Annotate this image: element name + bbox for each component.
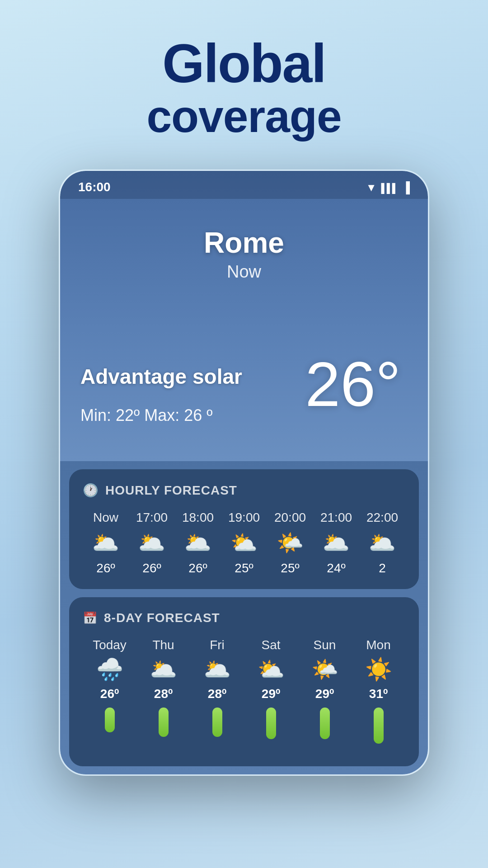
daily-item: Thu 🌥️ 28º: [136, 638, 190, 753]
calendar-icon: 📅: [83, 611, 98, 625]
hour-label: 19:00: [228, 510, 260, 525]
battery-icon: [402, 180, 410, 194]
hourly-temp: 26º: [188, 561, 207, 576]
daily-weather-icon: 🌥️: [204, 659, 231, 680]
temp-bar: [212, 708, 222, 737]
hourly-weather-icon: 🌥️: [369, 532, 396, 554]
hourly-item: 20:00 🌤️ 25º: [267, 510, 313, 576]
hourly-forecast-section: 🕐 HOURLY FORECAST Now 🌥️ 26º 17:00 🌥️ 26…: [69, 469, 419, 589]
hourly-item: 19:00 ⛅ 25º: [221, 510, 267, 576]
temp-bar-container: [105, 708, 115, 753]
clock-icon: 🕐: [83, 483, 99, 498]
temp-bar-container: [159, 708, 169, 753]
hourly-temp: 25º: [281, 561, 299, 576]
daily-temp: 28º: [208, 687, 226, 701]
temp-bar: [320, 708, 330, 739]
temp-min-max: Min: 22º Max: 26 º: [80, 406, 212, 425]
status-icons: [366, 180, 410, 194]
hourly-temp: 24º: [327, 561, 345, 576]
daily-forecast-header: 📅 8-DAY FORECAST: [83, 611, 405, 625]
signal-icon: [381, 180, 398, 194]
hourly-weather-icon: 🌤️: [277, 532, 304, 554]
daily-item: Sat ⛅ 29º: [244, 638, 298, 753]
daily-forecast-section: 📅 8-DAY FORECAST Today 🌧️ 26º Thu 🌥️ 28º…: [69, 597, 419, 766]
daily-weather-icon: 🌥️: [150, 659, 177, 680]
hourly-weather-icon: 🌥️: [323, 532, 350, 554]
hourly-weather-icon: ⛅: [230, 532, 258, 554]
day-label: Fri: [210, 638, 225, 652]
wifi-icon: [366, 180, 377, 194]
temp-bar-container: [212, 708, 222, 753]
daily-temp: 26º: [100, 687, 119, 701]
hero-title: Global: [162, 36, 325, 90]
daily-temp: 29º: [262, 687, 280, 701]
hourly-forecast-header: 🕐 HOURLY FORECAST: [83, 483, 405, 498]
day-label: Today: [93, 638, 127, 652]
main-temperature: 26°: [305, 353, 401, 416]
current-time-label: Now: [227, 262, 261, 282]
temp-bar: [105, 708, 115, 732]
temp-bar: [266, 708, 276, 739]
daily-forecast-row: Today 🌧️ 26º Thu 🌥️ 28º Fri 🌥️ 28º Sat ⛅…: [83, 638, 405, 753]
status-time: 16:00: [78, 180, 111, 194]
day-label: Sun: [314, 638, 336, 652]
hour-label: 18:00: [182, 510, 214, 525]
daily-item: Today 🌧️ 26º: [83, 638, 136, 753]
hour-label: 22:00: [366, 510, 398, 525]
hourly-temp: 2: [379, 561, 386, 576]
hourly-weather-icon: 🌥️: [184, 532, 211, 554]
hour-label: 21:00: [320, 510, 352, 525]
temp-bar: [374, 708, 384, 744]
day-label: Mon: [366, 638, 390, 652]
phone-frame: 16:00 Rome Now Advantage solar 26° Min: …: [59, 170, 429, 776]
hourly-item: 21:00 🌥️ 24º: [313, 510, 359, 576]
daily-temp: 29º: [315, 687, 334, 701]
daily-weather-icon: 🌤️: [311, 659, 338, 680]
hourly-item: 17:00 🌥️ 26º: [129, 510, 175, 576]
hourly-item: Now 🌥️ 26º: [83, 510, 129, 576]
hour-label: Now: [93, 510, 118, 525]
hero-subtitle: coverage: [146, 90, 341, 142]
day-label: Sat: [261, 638, 280, 652]
daily-item: Fri 🌥️ 28º: [190, 638, 244, 753]
phone-inner: 16:00 Rome Now Advantage solar 26° Min: …: [60, 171, 428, 774]
daily-weather-icon: ⛅: [258, 659, 285, 680]
daily-item: Mon ☀️ 31º: [352, 638, 405, 753]
hourly-weather-icon: 🌥️: [138, 532, 165, 554]
hourly-forecast-row: Now 🌥️ 26º 17:00 🌥️ 26º 18:00 🌥️ 26º 19:…: [83, 510, 405, 576]
daily-item: Sun 🌤️ 29º: [298, 638, 352, 753]
hour-label: 17:00: [136, 510, 168, 525]
daily-forecast-label: 8-DAY FORECAST: [104, 611, 220, 625]
temp-bar-container: [320, 708, 330, 753]
temp-bar-container: [374, 708, 384, 753]
hour-label: 20:00: [274, 510, 306, 525]
hourly-item: 18:00 🌥️ 26º: [175, 510, 221, 576]
weather-hero: Rome Now Advantage solar 26° Min: 22º Ma…: [60, 199, 428, 461]
hourly-item: 22:00 🌥️ 2: [359, 510, 405, 576]
hourly-temp: 26º: [142, 561, 161, 576]
hourly-weather-icon: 🌥️: [92, 532, 119, 554]
daily-temp: 31º: [369, 687, 388, 701]
weather-description: Advantage solar: [80, 364, 242, 389]
temp-bar-container: [266, 708, 276, 753]
status-bar: 16:00: [60, 171, 428, 199]
hourly-forecast-label: HOURLY FORECAST: [105, 483, 237, 498]
hourly-temp: 25º: [235, 561, 253, 576]
hourly-temp: 26º: [96, 561, 115, 576]
daily-temp: 28º: [154, 687, 173, 701]
daily-weather-icon: ☀️: [365, 659, 392, 680]
day-label: Thu: [152, 638, 174, 652]
temp-bar: [159, 708, 169, 737]
city-name: Rome: [204, 226, 284, 259]
daily-weather-icon: 🌧️: [96, 659, 123, 680]
